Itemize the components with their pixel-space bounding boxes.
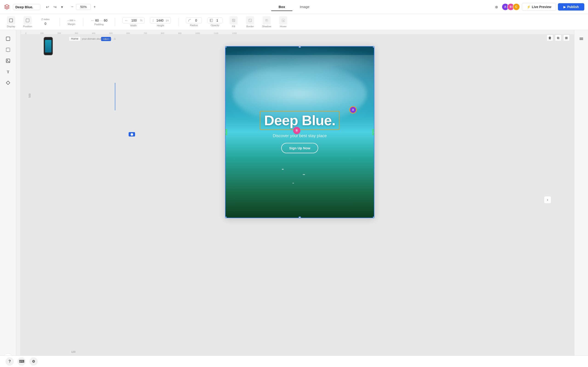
display-control[interactable]: Display (6, 16, 17, 28)
margin-plus-button[interactable]: + (74, 19, 76, 22)
radius-input[interactable] (192, 19, 200, 22)
ruler-mark-1000: 1000 (195, 32, 200, 34)
ruler-mark-200: 200 (57, 32, 61, 34)
fill-control[interactable]: Fill (228, 16, 239, 28)
separator-3 (115, 18, 115, 26)
more-element-options-button[interactable]: ⊞ (563, 35, 570, 41)
project-title[interactable]: Deep Blue. (13, 4, 40, 10)
selection-id: : 1 (113, 37, 115, 40)
ruler-mark-0: 0 (25, 32, 26, 34)
history-button[interactable]: ▾ (59, 3, 65, 10)
undo-button[interactable]: ↩ (44, 3, 51, 10)
frame-tool[interactable] (3, 45, 13, 55)
padding-inputs: ↔ 60 — 60 (90, 18, 107, 23)
canvas-frame[interactable]: Deep Blue. Discover your best stay place… (225, 46, 374, 218)
zoom-out-button[interactable]: − (69, 3, 75, 10)
add-collaborator-button[interactable]: ⊕ (493, 3, 500, 10)
margin-indicator (69, 20, 73, 21)
avatar-3: C (513, 3, 520, 10)
resize-handle-br[interactable] (373, 217, 374, 218)
width-control[interactable]: ↔ % Width (122, 17, 145, 27)
width-icon: ↔ (124, 18, 128, 23)
resize-handle-tl[interactable] (225, 46, 227, 48)
resize-handle-bc[interactable] (299, 217, 301, 218)
canvas-workspace[interactable]: 0 100 200 300 400 500 600 700 800 900 10… (16, 30, 574, 367)
components-tool[interactable] (3, 78, 13, 88)
margin-minus-button[interactable]: − (67, 19, 69, 22)
right-panel (574, 30, 588, 367)
zoom-in-button[interactable]: + (92, 3, 97, 10)
resize-handle-tr[interactable] (373, 46, 374, 48)
publish-button[interactable]: ▶ Publish (558, 3, 584, 10)
alignment-guide-v (115, 83, 115, 110)
expand-panel-button[interactable]: › (544, 196, 551, 203)
box-tool[interactable] (3, 34, 13, 44)
domain-label: your-domain.studio.design (82, 37, 111, 40)
snap-alignment-tooltip: ⬤ (129, 132, 135, 136)
hover-control[interactable]: Hover (278, 16, 289, 28)
border-control[interactable]: Border (245, 16, 256, 28)
height-control[interactable]: ↕ px Height (150, 17, 171, 27)
redo-button[interactable]: ↪ (52, 3, 58, 10)
boat-3 (292, 183, 294, 184)
height-input[interactable] (155, 19, 165, 22)
zindex-control[interactable]: Z index 0 (39, 18, 52, 26)
position-icon (23, 16, 32, 25)
padding-right-value[interactable]: 60 (104, 19, 107, 22)
tab-box[interactable]: Box (271, 3, 292, 11)
margin-control[interactable]: − + Margin (67, 19, 76, 25)
position-control[interactable]: Position (22, 16, 33, 28)
opacity-label: Opacity (211, 24, 219, 27)
padding-control[interactable]: ↔ 60 — 60 Padding (90, 18, 107, 26)
canvas-viewport[interactable]: Deep Blue. Discover your best stay place… (44, 42, 556, 358)
vertical-ruler (16, 30, 21, 367)
live-preview-button[interactable]: ⚡ Live Preview (522, 3, 556, 11)
app-logo[interactable] (4, 4, 10, 10)
hero-section: Deep Blue. Discover your best stay place… (225, 47, 374, 218)
delete-element-button[interactable]: 🗑 (547, 35, 553, 41)
display-icon (7, 16, 15, 25)
zindex-value[interactable]: 0 (39, 21, 52, 26)
hero-subtitle: Discover your best stay place (233, 133, 366, 138)
opacity-control[interactable]: Opacity (208, 17, 223, 27)
width-input[interactable] (129, 19, 139, 22)
selection-context: Home your-domain.studio.design : 1 (69, 36, 115, 41)
border-label: Border (246, 25, 254, 28)
height-label: Height (157, 24, 164, 27)
radius-control[interactable]: Radius (186, 17, 202, 27)
layers-panel-button[interactable] (576, 34, 586, 44)
settings-button[interactable]: ⚙ (29, 357, 38, 366)
edge-handle-left[interactable]: ‹ (225, 129, 227, 135)
opacity-input[interactable] (214, 19, 221, 22)
hover-icon (279, 16, 287, 25)
collab-avatar-1-inner: A (350, 107, 356, 113)
shadow-control[interactable]: Shadow (261, 16, 272, 28)
edge-handle-right[interactable]: › (372, 129, 374, 135)
tab-image[interactable]: Image (292, 3, 317, 11)
hero-title: Deep Blue. (260, 111, 339, 130)
collaborator-cursor-2: B (293, 127, 300, 134)
padding-label: Padding (95, 23, 104, 26)
zoom-value[interactable]: 50% (76, 4, 91, 10)
ruler-mark-900: 900 (178, 32, 182, 34)
text-tool[interactable]: T (3, 67, 13, 77)
margin-dash-bottom (69, 21, 73, 21)
ruler-mark-700: 700 (144, 32, 147, 34)
margin-adjuster[interactable]: − + (67, 19, 76, 22)
padding-left-value[interactable]: 60 (95, 19, 99, 22)
resize-handle-bl[interactable] (225, 217, 227, 218)
fill-icon (229, 16, 238, 25)
svg-rect-1 (26, 19, 29, 22)
duplicate-element-button[interactable]: ⧉ (555, 35, 561, 41)
top-navigation: Deep Blue. ↩ ↪ ▾ − 50% + Box Image ⊕ A B… (0, 0, 588, 14)
mode-tabs: Box Image (271, 3, 317, 11)
separator-4 (178, 18, 179, 26)
help-button[interactable]: ? (6, 357, 14, 366)
svg-point-14 (7, 60, 8, 60)
boat-1 (282, 169, 284, 170)
keyboard-shortcuts-button[interactable]: ⌨ (17, 357, 26, 366)
hero-cta-button[interactable]: Sign Up Now (281, 143, 318, 153)
resize-handle-tc[interactable] (299, 46, 301, 48)
image-tool[interactable] (3, 56, 13, 66)
radius-input-wrap (186, 17, 202, 23)
